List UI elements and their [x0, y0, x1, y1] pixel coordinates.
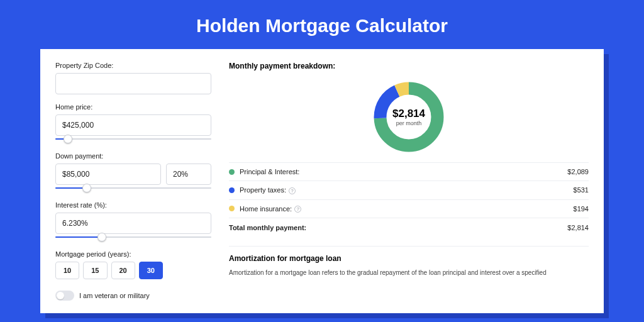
- down-payment-label: Down payment:: [55, 152, 211, 160]
- amortization-section: Amortization for mortgage loan Amortizat…: [229, 246, 589, 277]
- veteran-toggle[interactable]: [55, 291, 74, 301]
- calculator-card: Property Zip Code: Home price: Down paym…: [40, 49, 604, 313]
- home-price-label: Home price:: [55, 103, 211, 111]
- interest-slider[interactable]: [55, 233, 211, 242]
- legend-label: Home insurance:?: [240, 205, 574, 213]
- down-payment-block: Down payment:: [55, 152, 211, 192]
- total-label: Total monthly payment:: [229, 224, 567, 231]
- home-price-input[interactable]: [55, 114, 211, 136]
- legend-value: $531: [574, 186, 589, 194]
- home-price-slider[interactable]: [55, 135, 211, 143]
- period-20[interactable]: 20: [111, 262, 135, 279]
- down-payment-slider[interactable]: [55, 184, 211, 192]
- home-price-block: Home price:: [55, 103, 211, 143]
- down-payment-pct-input[interactable]: [166, 164, 211, 185]
- breakdown-title: Monthly payment breakdown:: [229, 62, 589, 70]
- period-block: Mortgage period (years): 10152030: [55, 250, 211, 279]
- down-payment-amount-input[interactable]: [55, 164, 161, 185]
- legend-row-1: Property taxes:?$531: [229, 181, 589, 200]
- amortization-text: Amortization for a mortgage loan refers …: [229, 268, 589, 277]
- total-value: $2,814: [567, 224, 589, 231]
- legend-label: Property taxes:?: [240, 186, 574, 194]
- info-icon[interactable]: ?: [294, 206, 301, 213]
- period-label: Mortgage period (years):: [55, 250, 211, 258]
- legend-row-2: Home insurance:?$194: [229, 200, 589, 219]
- legend-row-0: Principal & Interest:$2,089: [229, 163, 589, 181]
- legend: Principal & Interest:$2,089Property taxe…: [229, 162, 589, 218]
- legend-value: $2,089: [567, 168, 589, 175]
- donut-sublabel: per month: [396, 120, 422, 126]
- veteran-row: I am veteran or military: [55, 291, 211, 301]
- amortization-title: Amortization for mortgage loan: [229, 254, 589, 263]
- zip-block: Property Zip Code:: [55, 62, 211, 94]
- zip-label: Property Zip Code:: [55, 62, 211, 69]
- form-panel: Property Zip Code: Home price: Down paym…: [55, 62, 211, 313]
- zip-input[interactable]: [55, 73, 211, 94]
- page-title: Holden Mortgage Calculator: [0, 0, 644, 49]
- legend-value: $194: [574, 205, 589, 213]
- info-icon[interactable]: ?: [289, 187, 296, 194]
- period-15[interactable]: 15: [83, 262, 107, 279]
- payment-donut-chart: $2,814 per month: [371, 79, 447, 155]
- interest-label: Interest rate (%):: [55, 201, 211, 209]
- legend-dot-icon: [229, 187, 235, 193]
- donut-value: $2,814: [392, 108, 425, 120]
- total-row: Total monthly payment: $2,814: [229, 218, 589, 237]
- period-30[interactable]: 30: [139, 262, 163, 279]
- legend-dot-icon: [229, 206, 235, 211]
- legend-label: Principal & Interest:: [240, 168, 567, 175]
- veteran-label: I am veteran or military: [79, 292, 150, 299]
- legend-dot-icon: [229, 169, 235, 175]
- breakdown-panel: Monthly payment breakdown: $2,814 per mo…: [229, 62, 589, 313]
- interest-block: Interest rate (%):: [55, 201, 211, 242]
- period-10[interactable]: 10: [55, 262, 79, 279]
- interest-input[interactable]: [55, 213, 211, 234]
